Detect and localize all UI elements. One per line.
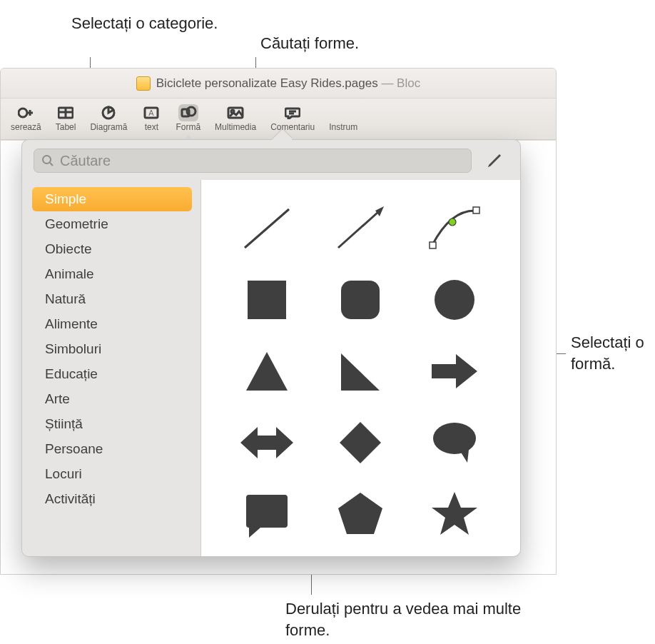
svg-marker-33 [338, 493, 382, 534]
shape-star[interactable] [407, 478, 502, 550]
category-item-geometry[interactable]: Geometrie [32, 212, 192, 236]
category-sidebar: Simple Geometrie Obiecte Animale Natură … [22, 180, 200, 556]
text-icon: A [141, 104, 161, 121]
tools-icon [333, 104, 353, 121]
tools-button[interactable]: Instrum [322, 103, 365, 135]
table-label: Tabel [56, 122, 76, 132]
document-title-suffix: — Bloc [378, 76, 421, 90]
document-icon [136, 76, 151, 91]
insert-icon [16, 104, 36, 121]
shape-icon [178, 104, 198, 121]
svg-line-16 [50, 163, 53, 166]
chart-label: Diagramă [90, 122, 127, 132]
category-item-places[interactable]: Locuri [32, 462, 192, 486]
media-icon [225, 104, 245, 121]
shape-line[interactable] [220, 193, 314, 264]
shape-diamond[interactable] [314, 407, 408, 478]
search-placeholder: Căutare [60, 153, 111, 169]
search-input[interactable]: Căutare [34, 149, 472, 173]
chart-button[interactable]: Diagramă [83, 103, 134, 135]
shape-arrow-right[interactable] [407, 336, 502, 407]
svg-marker-29 [240, 427, 293, 458]
shape-triangle[interactable] [220, 336, 314, 407]
svg-marker-27 [341, 353, 380, 391]
shape-callout-square[interactable] [220, 478, 314, 550]
svg-point-15 [43, 156, 51, 163]
table-button[interactable]: Tabel [49, 103, 83, 135]
comment-icon [283, 104, 303, 121]
chart-icon [98, 104, 118, 121]
svg-rect-24 [341, 281, 380, 319]
tools-label: Instrum [329, 122, 357, 132]
shape-right-triangle[interactable] [314, 336, 408, 407]
svg-point-0 [19, 109, 27, 117]
svg-point-22 [449, 218, 456, 226]
shape-square[interactable] [220, 264, 314, 336]
svg-marker-34 [432, 492, 477, 535]
titlebar: Biciclete personalizate Easy Rides.pages… [1, 69, 556, 99]
svg-text:A: A [149, 109, 155, 117]
svg-line-18 [338, 212, 378, 248]
popover-arrow [272, 130, 292, 140]
draw-pen-button[interactable] [480, 149, 509, 173]
category-item-science[interactable]: Știință [32, 412, 192, 436]
table-icon [56, 104, 76, 121]
svg-rect-20 [430, 242, 436, 248]
text-label: text [145, 122, 158, 132]
insert-label: serează [11, 122, 41, 132]
svg-marker-30 [340, 422, 381, 463]
text-button[interactable]: A text [134, 103, 168, 135]
svg-marker-28 [432, 354, 477, 388]
insert-button[interactable]: serează [4, 103, 49, 135]
category-item-activities[interactable]: Activități [32, 487, 192, 511]
svg-point-25 [435, 280, 474, 320]
category-item-animals[interactable]: Animale [32, 262, 192, 286]
svg-line-17 [245, 209, 289, 248]
shape-speech-bubble[interactable] [407, 407, 502, 478]
shape-circle[interactable] [407, 264, 502, 336]
category-item-food[interactable]: Alimente [32, 312, 192, 336]
shapes-grid[interactable] [200, 180, 520, 556]
shapes-popover: Căutare Simple Geometrie Obiecte Animale… [21, 139, 521, 557]
search-icon [41, 154, 54, 167]
shape-arrow-line[interactable] [314, 193, 408, 264]
media-label: Multimedia [215, 122, 256, 132]
svg-rect-23 [248, 281, 286, 319]
category-item-education[interactable]: Educație [32, 362, 192, 386]
svg-rect-21 [473, 207, 479, 213]
document-title: Biciclete personalizate Easy Rides.pages… [156, 76, 420, 91]
document-title-main: Biciclete personalizate Easy Rides.pages [156, 76, 378, 90]
category-item-symbols[interactable]: Simboluri [32, 337, 192, 361]
callout-search-shapes: Căutați forme. [260, 33, 359, 54]
shape-arrow-double[interactable] [220, 407, 314, 478]
pen-icon [485, 151, 504, 170]
media-button[interactable]: Multimedia [208, 103, 263, 135]
category-item-arts[interactable]: Arte [32, 387, 192, 411]
category-item-people[interactable]: Persoane [32, 437, 192, 461]
category-item-simple[interactable]: Simple [32, 187, 192, 211]
callout-select-category: Selectați o categorie. [71, 13, 228, 34]
callout-select-shape: Selectați o formă. [571, 332, 649, 374]
shape-curve-pen[interactable] [407, 193, 502, 264]
svg-marker-32 [460, 450, 469, 463]
shape-rounded-square[interactable] [314, 264, 408, 336]
category-item-nature[interactable]: Natură [32, 287, 192, 311]
category-item-objects[interactable]: Obiecte [32, 237, 192, 261]
callout-scroll-more: Derulați pentru a vedea mai multe forme. [285, 598, 542, 640]
svg-marker-26 [246, 352, 288, 391]
shape-pentagon[interactable] [314, 478, 408, 550]
svg-point-31 [433, 423, 476, 454]
shape-button[interactable]: Formă [168, 103, 208, 135]
